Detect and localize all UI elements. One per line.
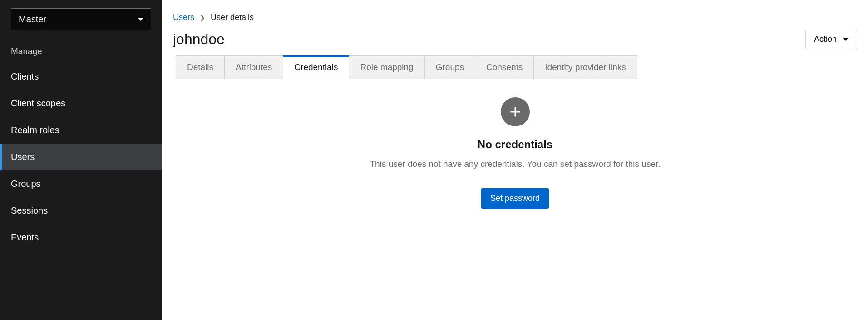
sidebar-item-realm-roles[interactable]: Realm roles	[0, 117, 162, 144]
breadcrumb: Users ❯ User details	[162, 0, 868, 26]
breadcrumb-current: User details	[211, 13, 254, 22]
sidebar-item-events[interactable]: Events	[0, 224, 162, 251]
tab-credentials[interactable]: Credentials	[283, 55, 349, 79]
action-dropdown[interactable]: Action	[805, 30, 857, 49]
chevron-down-icon	[138, 18, 143, 21]
sidebar-item-groups[interactable]: Groups	[0, 170, 162, 197]
sidebar-item-sessions[interactable]: Sessions	[0, 197, 162, 224]
sidebar-item-client-scopes[interactable]: Client scopes	[0, 90, 162, 117]
sidebar: Master Manage ClientsClient scopesRealm …	[0, 0, 162, 320]
page-header: johndoe Action	[162, 26, 868, 55]
action-label: Action	[814, 35, 837, 44]
empty-state: No credentials This user does not have a…	[162, 79, 868, 209]
tabs-container: DetailsAttributesCredentialsRole mapping…	[162, 55, 868, 79]
page-title: johndoe	[173, 31, 225, 48]
breadcrumb-users-link[interactable]: Users	[173, 13, 194, 22]
sidebar-item-clients[interactable]: Clients	[0, 63, 162, 90]
chevron-right-icon: ❯	[200, 14, 205, 21]
tab-identity-provider-links[interactable]: Identity provider links	[533, 55, 637, 79]
tab-details[interactable]: Details	[176, 55, 225, 79]
set-password-button[interactable]: Set password	[481, 188, 549, 209]
plus-circle-icon	[501, 97, 530, 126]
tab-groups[interactable]: Groups	[424, 55, 475, 79]
tab-role-mapping[interactable]: Role mapping	[349, 55, 424, 79]
sidebar-section-title: Manage	[0, 39, 162, 63]
realm-selector[interactable]: Master	[11, 8, 151, 30]
empty-description: This user does not have any credentials.…	[162, 159, 868, 169]
main-content: Users ❯ User details johndoe Action Deta…	[162, 0, 868, 320]
empty-title: No credentials	[162, 138, 868, 151]
tab-attributes[interactable]: Attributes	[224, 55, 283, 79]
sidebar-item-users[interactable]: Users	[0, 144, 162, 170]
chevron-down-icon	[843, 38, 848, 41]
realm-name: Master	[19, 14, 46, 25]
tab-consents[interactable]: Consents	[475, 55, 534, 79]
